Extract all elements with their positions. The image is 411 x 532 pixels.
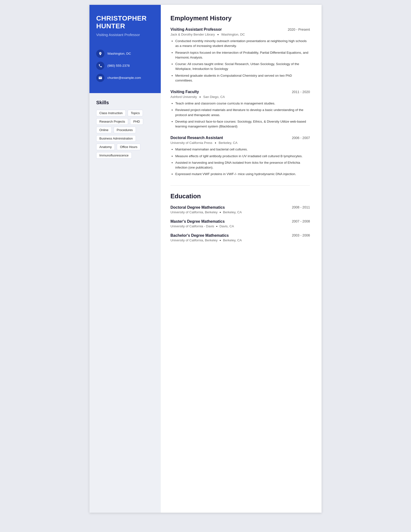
resume-container: CHRISTOPHER HUNTER Visiting Assistant Pr… <box>89 5 322 513</box>
skill-tag: Topics <box>128 110 143 116</box>
job-bullet-item: Develop and instruct face-to-face course… <box>175 119 310 129</box>
edu-left: Master's Degree MathematicsUniversity of… <box>170 219 234 228</box>
candidate-title: Visiting Assistant Professor <box>96 32 154 37</box>
edu-dates: 2007 - 2008 <box>292 219 310 223</box>
job-company: Jack & Dorothy Bender Library <box>170 33 215 36</box>
job-company: University of California Press <box>170 141 212 145</box>
job-bullet-item: Course: All courses taught online: Socia… <box>175 62 310 72</box>
edu-degree: Master's Degree Mathematics <box>170 219 234 224</box>
job-item: Visiting Faculty2011 - 2020Ashford Unive… <box>170 90 310 129</box>
job-bullet-item: Reviewed project-related materials and l… <box>175 108 310 117</box>
job-location: Berkeley, CA <box>219 141 237 145</box>
skill-tag: Procedures <box>114 127 136 133</box>
skills-tags-container: Class InstructionTopicsResearch Projects… <box>96 110 155 159</box>
job-dates: 2020 - Present <box>288 28 310 31</box>
job-meta: Jack & Dorothy Bender Library ● Washingt… <box>170 33 310 36</box>
edu-degree: Bachelor's Degree Mathematics <box>170 233 242 238</box>
edu-dates: 2008 - 2011 <box>292 205 310 209</box>
edu-dates: 2003 - 2006 <box>292 233 310 237</box>
job-bullet-item: Conducted monthly minority outreach orie… <box>175 39 310 49</box>
skill-tag: PHD <box>130 118 143 125</box>
job-bullet-item: Measure effects of IgM antibody producti… <box>175 154 310 159</box>
main-content: Employment History Visiting Assistant Pr… <box>161 5 322 513</box>
edu-location: Berkeley, CA <box>223 238 242 242</box>
job-dates: 2006 - 2007 <box>292 136 310 140</box>
edu-location: Davis, CA <box>220 224 234 228</box>
edu-school-sep: ● <box>220 211 221 214</box>
job-bullets: Maintained mammalian and bacterial cell … <box>170 147 310 177</box>
skill-tag: Office Hours <box>117 144 140 150</box>
job-title: Visiting Faculty <box>170 90 199 94</box>
edu-school-sep: ● <box>216 225 218 228</box>
contact-section: Washington, DC (980) 555-2378 chunter@ex… <box>89 45 161 93</box>
edu-school-name: University of California - Davis <box>170 224 214 228</box>
edu-degree: Doctoral Degree Mathematics <box>170 205 242 210</box>
edu-school-name: University of California, Berkeley <box>170 210 218 214</box>
education-container: Doctoral Degree MathematicsUniversity of… <box>170 205 310 242</box>
edu-school: University of California, Berkeley ● Ber… <box>170 238 242 242</box>
location-icon <box>96 50 104 58</box>
job-header: Doctoral Research Assistant2006 - 2007 <box>170 136 310 140</box>
job-location: San Diego, CA <box>203 95 225 99</box>
skill-tag: Online <box>96 127 112 133</box>
job-bullets: Teach online and classroom course curric… <box>170 101 310 129</box>
skills-section: Skills Class InstructionTopicsResearch P… <box>89 93 161 513</box>
email-item: chunter@example.com <box>96 74 154 82</box>
skills-title: Skills <box>96 100 155 105</box>
job-dates: 2011 - 2020 <box>292 90 310 94</box>
skill-tag: Immunofluorescence <box>96 152 132 159</box>
job-bullet-item: Assisted in harvesting and testing DNA i… <box>175 160 310 170</box>
phone-icon <box>96 62 104 70</box>
skill-tag: Anatomy <box>96 144 115 150</box>
edu-school-name: University of California, Berkeley <box>170 238 218 242</box>
job-meta: University of California Press ● Berkele… <box>170 141 310 145</box>
job-bullet-item: Research topics focused on the intersect… <box>175 50 310 60</box>
edu-left: Bachelor's Degree MathematicsUniversity … <box>170 233 242 242</box>
education-item: Master's Degree MathematicsUniversity of… <box>170 219 310 228</box>
phone-item: (980) 555-2378 <box>96 62 154 70</box>
job-item: Visiting Assistant Professor2020 - Prese… <box>170 27 310 83</box>
jobs-container: Visiting Assistant Professor2020 - Prese… <box>170 27 310 177</box>
edu-left: Doctoral Degree MathematicsUniversity of… <box>170 205 242 214</box>
edu-location: Berkeley, CA <box>223 210 242 214</box>
location-item: Washington, DC <box>96 50 154 58</box>
education-section: Education Doctoral Degree MathematicsUni… <box>170 192 310 242</box>
job-title: Doctoral Research Assistant <box>170 136 223 140</box>
job-header: Visiting Faculty2011 - 2020 <box>170 90 310 94</box>
job-location: Washington, DC <box>221 33 245 36</box>
education-item: Bachelor's Degree MathematicsUniversity … <box>170 233 310 242</box>
meta-separator: ● <box>215 142 216 144</box>
edu-school-sep: ● <box>220 239 221 242</box>
employment-title: Employment History <box>170 15 310 22</box>
skill-tag: Class Instruction <box>96 110 126 116</box>
education-title: Education <box>170 192 310 200</box>
job-item: Doctoral Research Assistant2006 - 2007Un… <box>170 136 310 177</box>
email-icon <box>96 74 104 82</box>
skill-tag: Research Projects <box>96 118 128 125</box>
sidebar-header: CHRISTOPHER HUNTER Visiting Assistant Pr… <box>89 5 161 45</box>
sidebar: CHRISTOPHER HUNTER Visiting Assistant Pr… <box>89 5 161 513</box>
section-divider <box>170 185 310 186</box>
job-bullets: Conducted monthly minority outreach orie… <box>170 39 310 83</box>
candidate-name: CHRISTOPHER HUNTER <box>96 15 154 30</box>
job-bullet-item: Expressed mutant VWF proteins in VWF-/- … <box>175 172 310 177</box>
job-meta: Ashford University ● San Diego, CA <box>170 95 310 99</box>
meta-separator: ● <box>199 95 201 98</box>
job-bullet-item: Mentored graduate students in Computatio… <box>175 73 310 83</box>
education-item: Doctoral Degree MathematicsUniversity of… <box>170 205 310 214</box>
edu-school: University of California, Berkeley ● Ber… <box>170 210 242 214</box>
job-bullet-item: Maintained mammalian and bacterial cell … <box>175 147 310 152</box>
meta-separator: ● <box>217 33 219 36</box>
employment-section: Employment History Visiting Assistant Pr… <box>170 15 310 177</box>
job-company: Ashford University <box>170 95 197 99</box>
phone-text: (980) 555-2378 <box>107 64 130 67</box>
skill-tag: Business Administration <box>96 135 136 142</box>
edu-school: University of California - Davis ● Davis… <box>170 224 234 228</box>
location-text: Washington, DC <box>107 52 131 55</box>
job-title: Visiting Assistant Professor <box>170 27 222 32</box>
job-header: Visiting Assistant Professor2020 - Prese… <box>170 27 310 32</box>
email-text: chunter@example.com <box>107 76 141 80</box>
job-bullet-item: Teach online and classroom course curric… <box>175 101 310 106</box>
